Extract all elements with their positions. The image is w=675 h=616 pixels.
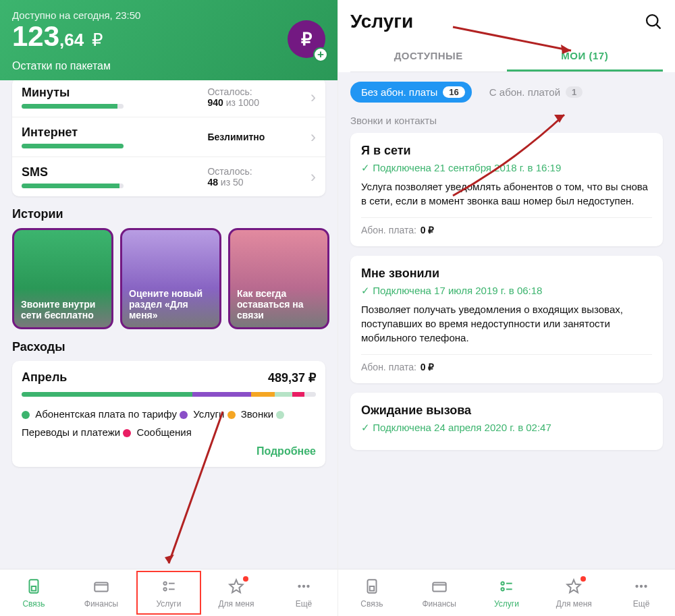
available-label: Доступно на сегодня, 23:50	[12, 9, 325, 21]
package-row[interactable]: МинутыОсталось:940 из 1000›	[12, 78, 325, 117]
svg-marker-1	[165, 555, 174, 563]
tab-available[interactable]: ДОСТУПНЫЕ	[350, 42, 507, 72]
tab-wallet[interactable]: Финансы	[68, 569, 135, 616]
star-icon	[565, 578, 583, 597]
svg-point-13	[647, 15, 657, 26]
packages-card: МинутыОсталось:940 из 1000›ИнтернетБезли…	[12, 78, 325, 196]
svg-point-26	[635, 584, 638, 587]
svg-point-12	[306, 584, 309, 587]
chevron-right-icon: ›	[310, 167, 316, 186]
services-tabs: ДОСТУПНЫЕ МОИ (17)	[350, 42, 663, 72]
tab-wallet[interactable]: Финансы	[406, 569, 473, 616]
add-balance-icon[interactable]: +	[313, 47, 328, 62]
sim-icon	[363, 578, 381, 597]
svg-point-11	[302, 584, 305, 587]
package-row[interactable]: ИнтернетБезлимитно ›	[12, 117, 325, 157]
search-icon[interactable]	[644, 12, 663, 31]
service-card[interactable]: Мне звонилиПодключена 17 июля 2019 г. в …	[350, 256, 663, 383]
tab-star[interactable]: Для меня	[202, 569, 270, 616]
wallet-icon	[92, 578, 110, 597]
tab-sim[interactable]: Связь	[338, 569, 406, 616]
svg-marker-9	[230, 580, 243, 592]
svg-point-22	[502, 588, 504, 590]
dots-icon	[632, 578, 650, 597]
expenses-card[interactable]: Апрель 489,37 ₽ Абонентская плата по тар…	[12, 361, 325, 467]
expenses-label: Расходы	[0, 329, 338, 361]
tab-sliders[interactable]: Услуги	[473, 569, 541, 616]
star-icon	[227, 578, 245, 597]
tab-star[interactable]: Для меня	[540, 569, 608, 616]
sliders-icon	[497, 578, 515, 597]
sim-icon	[25, 578, 43, 597]
tab-my[interactable]: МОИ (17)	[507, 42, 664, 72]
services-screen: Услуги ДОСТУПНЫЕ МОИ (17) Без абон. плат…	[338, 0, 675, 616]
balance-amount[interactable]: 123,64 ₽	[12, 22, 325, 51]
expense-bar	[22, 392, 316, 397]
expense-amount: 489,37 ₽	[268, 370, 316, 385]
tab-sim[interactable]: Связь	[0, 569, 68, 616]
svg-point-21	[502, 582, 504, 584]
stories-row: Звоните внутри сети бесплатноОцените нов…	[0, 228, 338, 329]
page-title: Услуги	[350, 11, 413, 32]
stories-label: Истории	[0, 196, 338, 228]
svg-point-27	[640, 584, 643, 587]
svg-point-5	[163, 582, 166, 584]
notification-dot-icon	[580, 576, 586, 582]
subsection-label: Звонки и контакты	[338, 112, 675, 133]
home-screen: Доступно на сегодня, 23:50 123,64 ₽ ₽ + …	[0, 0, 338, 616]
story-card[interactable]: Звоните внутри сети бесплатно	[12, 228, 113, 329]
fee-filters: Без абон. платы 16 С абон. платой 1	[338, 72, 675, 112]
service-card[interactable]: Ожидание вызоваПодключена 24 апреля 2020…	[350, 393, 663, 450]
services-list: Я в сетиПодключена 21 сентября 2018 г. в…	[338, 133, 675, 616]
tab-dots[interactable]: Ещё	[270, 569, 338, 616]
chip-no-fee[interactable]: Без абон. платы 16	[350, 82, 472, 103]
svg-rect-3	[32, 586, 36, 591]
svg-marker-25	[568, 580, 581, 592]
chevron-right-icon: ›	[310, 88, 316, 107]
svg-point-28	[644, 584, 647, 587]
svg-point-10	[298, 584, 300, 587]
svg-point-6	[163, 588, 166, 590]
tab-dots[interactable]: Ещё	[608, 569, 675, 616]
notification-dot-icon	[243, 576, 248, 582]
package-row[interactable]: SMSОсталось:48 из 50›	[12, 157, 325, 196]
expense-month: Апрель	[22, 370, 67, 385]
expense-more-link[interactable]: Подробнее	[22, 445, 316, 457]
svg-rect-19	[370, 586, 375, 591]
chevron-right-icon: ›	[310, 128, 316, 146]
tab-sliders[interactable]: Услуги	[135, 569, 202, 616]
wallet-icon	[431, 578, 448, 597]
expense-legend: Абонентская плата по тарифу Услуги Звонк…	[22, 405, 316, 441]
svg-line-14	[657, 25, 661, 29]
svg-rect-20	[433, 582, 446, 591]
story-card[interactable]: Как всегда оставаться на связи	[228, 228, 329, 329]
svg-rect-4	[94, 582, 108, 591]
services-header: Услуги ДОСТУПНЫЕ МОИ (17)	[338, 0, 675, 72]
sliders-icon	[160, 578, 178, 597]
balance-header: Доступно на сегодня, 23:50 123,64 ₽ ₽ + …	[0, 0, 338, 80]
chip-with-fee[interactable]: С абон. платой 1	[479, 82, 589, 103]
dots-icon	[295, 578, 313, 597]
service-card[interactable]: Я в сетиПодключена 21 сентября 2018 г. в…	[350, 133, 663, 246]
tab-bar: СвязьФинансыУслугиДля меняЕщё	[0, 569, 338, 616]
tab-bar: СвязьФинансыУслугиДля меняЕщё	[338, 569, 675, 616]
remainders-label: Остатки по пакетам	[12, 60, 325, 72]
story-card[interactable]: Оцените новый раздел «Для меня»	[120, 228, 221, 329]
